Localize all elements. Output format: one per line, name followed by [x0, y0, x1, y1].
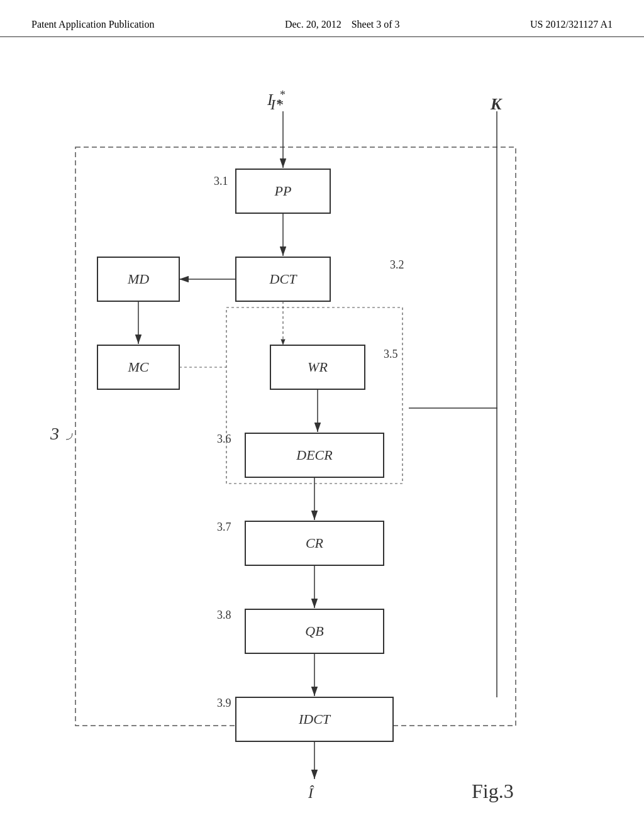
- label-35: 3.5: [384, 348, 398, 360]
- block-wr-label: WR: [308, 359, 328, 375]
- block-md-label: MD: [127, 271, 149, 287]
- header-date: Dec. 20, 2012: [285, 19, 341, 30]
- header-sheet: Sheet 3 of 3: [352, 19, 400, 30]
- block-dct-label: DCT: [269, 271, 298, 287]
- diagram-svg: 3 I* * K 3.1 PP 3.2 DCT 3.3 MD: [0, 37, 644, 817]
- header-center: Dec. 20, 2012 Sheet 3 of 3: [285, 19, 400, 30]
- block-idct-label: IDCT: [298, 711, 331, 727]
- input-k-label: K: [490, 95, 502, 113]
- figure-label: Fig.3: [472, 780, 514, 802]
- system-label: 3: [50, 424, 59, 443]
- label-38: 3.8: [217, 609, 231, 621]
- diagram-area: 3 I* * K 3.1 PP 3.2 DCT 3.3 MD: [0, 37, 644, 817]
- block-qb-label: QB: [305, 623, 323, 639]
- block-pp-label: PP: [274, 183, 292, 199]
- output-label: Î: [308, 785, 314, 801]
- istar-asterisk: *: [280, 89, 286, 101]
- label-36: 3.6: [217, 433, 231, 445]
- istar-text: I: [267, 91, 274, 109]
- block-cr-label: CR: [306, 535, 324, 551]
- page-header: Patent Application Publication Dec. 20, …: [0, 0, 644, 37]
- block-decr-label: DECR: [296, 447, 333, 463]
- label-39: 3.9: [217, 697, 231, 709]
- header-publication-label: Patent Application Publication: [31, 19, 155, 30]
- label-32: 3.2: [390, 258, 404, 271]
- label-37: 3.7: [217, 521, 231, 533]
- block-mc-label: MC: [128, 359, 149, 375]
- header-patent-number: US 2012/321127 A1: [530, 19, 613, 30]
- label-31: 3.1: [214, 175, 228, 187]
